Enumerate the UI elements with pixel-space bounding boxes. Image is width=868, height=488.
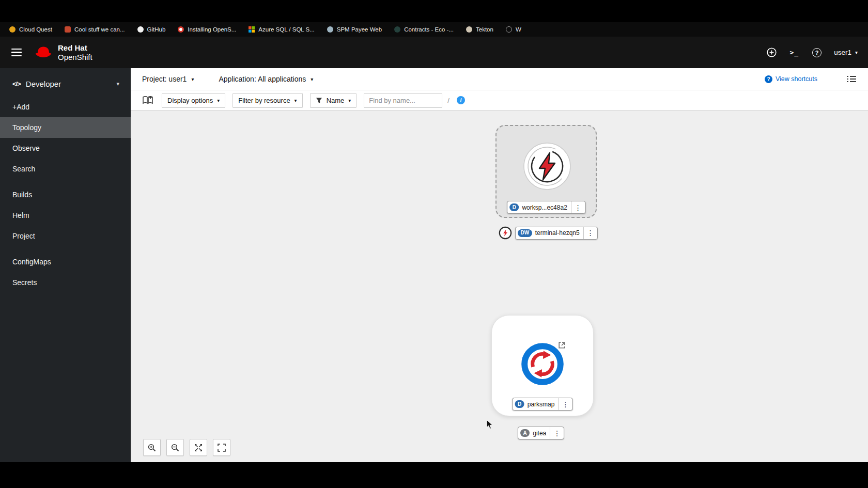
application-badge: A: [520, 429, 530, 437]
sidebar-item-builds[interactable]: Builds: [0, 184, 131, 205]
terminal-node-label[interactable]: DW terminal-hezqn5 ⋮: [515, 227, 598, 240]
terminal-kebab-menu[interactable]: ⋮: [583, 227, 597, 239]
sidebar-item-topology[interactable]: Topology: [0, 117, 131, 138]
bookmark-label: Contracts - Eco -...: [404, 26, 454, 33]
application-dropdown-label: Application: All applications: [219, 75, 306, 83]
masthead-actions: >_ ? user1 ▾: [766, 46, 858, 58]
screen: Cloud Quest Cool stuff we can... GitHub …: [0, 0, 868, 488]
bookmark-github[interactable]: GitHub: [137, 26, 166, 33]
perspective-switcher[interactable]: </> Developer ▾: [0, 74, 131, 97]
cloud-quest-favicon: [9, 26, 16, 33]
sidebar-item-configmaps[interactable]: ConfigMaps: [0, 251, 131, 272]
bookmark-w[interactable]: W: [506, 26, 521, 33]
parksmap-node-label[interactable]: D parksmap ⋮: [513, 398, 573, 411]
letterbox-bottom: [0, 462, 868, 488]
gitea-node-name: gitea: [530, 430, 550, 437]
devworkspace-badge: DW: [518, 229, 532, 237]
filter-by-resource-dropdown[interactable]: Filter by resource ▾: [233, 93, 302, 107]
azure-favicon: [249, 26, 255, 33]
sidebar-item-search[interactable]: Search: [0, 159, 131, 179]
parksmap-node[interactable]: D parksmap ⋮: [491, 315, 594, 416]
sidebar-item-helm[interactable]: Helm: [0, 205, 131, 226]
chevron-down-icon: ▾: [191, 76, 194, 82]
project-dropdown-label: Project: user1: [142, 75, 187, 83]
quick-search-button[interactable]: [142, 96, 153, 105]
chevron-down-icon: ▾: [311, 76, 313, 82]
bookmark-azure-sql[interactable]: Azure SQL / SQL S...: [249, 26, 314, 33]
bookmark-tekton[interactable]: Tekton: [466, 26, 493, 33]
workspace-node-label[interactable]: D worksp...ec48a2 ⋮: [507, 201, 585, 214]
masthead: Red Hat OpenShift >_ ? user1 ▾: [0, 37, 868, 68]
bookmark-label: Cloud Quest: [19, 26, 52, 33]
mouse-cursor: [486, 419, 493, 430]
chevron-down-icon: ▾: [116, 81, 119, 87]
project-dropdown[interactable]: Project: user1 ▾: [142, 75, 194, 83]
zoom-in-button[interactable]: [143, 439, 161, 456]
browser-bookmarks-bar: Cloud Quest Cool stuff we can... GitHub …: [0, 22, 868, 37]
gitea-kebab-menu[interactable]: ⋮: [550, 427, 564, 439]
help-button[interactable]: ?: [811, 47, 823, 58]
list-view-toggle-button[interactable]: [846, 75, 857, 83]
application-dropdown[interactable]: Application: All applications ▾: [219, 75, 313, 83]
view-shortcuts-link[interactable]: ? View shortcuts: [765, 75, 817, 83]
menu-toggle-button[interactable]: [9, 46, 24, 59]
bookmark-contracts[interactable]: Contracts - Eco -...: [394, 26, 454, 33]
name-filter-dropdown[interactable]: Name ▾: [310, 93, 357, 107]
gitea-node-label[interactable]: A gitea ⋮: [518, 427, 564, 439]
sidebar-item-add[interactable]: +Add: [0, 97, 131, 117]
help-circle-icon: ?: [765, 75, 772, 83]
chevron-down-icon: ▾: [295, 98, 297, 103]
bookmark-spm-payee[interactable]: SPM Payee Web: [327, 26, 382, 33]
parksmap-kebab-menu[interactable]: ⋮: [558, 398, 572, 410]
bookmark-label: SPM Payee Web: [337, 26, 382, 33]
quick-create-button[interactable]: [766, 46, 778, 58]
context-bar: Project: user1 ▾ Application: All applic…: [131, 68, 868, 90]
brand-line1: Red Hat: [58, 43, 92, 52]
info-icon[interactable]: i: [457, 96, 465, 104]
view-shortcuts-label: View shortcuts: [776, 75, 817, 83]
list-icon: [846, 75, 857, 83]
user-menu[interactable]: user1 ▾: [834, 49, 858, 56]
devworkspace-icon: [522, 141, 572, 191]
developer-code-icon: </>: [12, 80, 21, 88]
bookmark-label: Tekton: [476, 26, 493, 33]
spm-payee-favicon: [327, 26, 333, 33]
fullscreen-button[interactable]: [213, 439, 230, 456]
sidebar: </> Developer ▾ +Add Topology Observe Se…: [0, 68, 131, 462]
contracts-favicon: [394, 26, 400, 33]
topology-canvas[interactable]: D worksp...ec48a2 ⋮ DW terminal-hezqn5 ⋮: [131, 111, 868, 462]
question-circle-icon: ?: [812, 48, 822, 57]
openshift-logo[interactable]: Red Hat OpenShift: [34, 43, 92, 61]
bookmark-installing-openshift[interactable]: Installing OpenS...: [178, 26, 236, 33]
zoom-out-button[interactable]: [166, 439, 184, 456]
sidebar-item-secrets[interactable]: Secrets: [0, 272, 131, 293]
sidebar-item-project[interactable]: Project: [0, 226, 131, 246]
web-terminal-button[interactable]: >_: [789, 48, 800, 57]
terminal-node[interactable]: DW terminal-hezqn5 ⋮: [499, 226, 598, 240]
bookmark-label: Installing OpenS...: [188, 26, 236, 33]
sidebar-item-observe[interactable]: Observe: [0, 138, 131, 159]
brand-line2: OpenShift: [58, 53, 92, 61]
display-options-dropdown[interactable]: Display options ▾: [162, 93, 225, 107]
bookmark-cool-stuff[interactable]: Cool stuff we can...: [65, 26, 125, 33]
keyboard-shortcut-hint: /: [447, 97, 450, 104]
filter-by-resource-label: Filter by resource: [238, 97, 290, 104]
parksmap-node-name: parksmap: [524, 401, 559, 408]
topology-view-controls: [143, 439, 230, 456]
workspace-kebab-menu[interactable]: ⋮: [571, 201, 585, 213]
info-glyph: i: [460, 98, 462, 103]
bookmark-cloud-quest[interactable]: Cloud Quest: [9, 26, 52, 33]
external-link-icon[interactable]: [558, 341, 566, 351]
bookmark-label: W: [516, 26, 521, 33]
catalog-book-icon: [142, 96, 153, 105]
find-by-name-input[interactable]: [364, 93, 442, 107]
openshift-favicon: [178, 26, 184, 33]
name-filter-label: Name: [327, 97, 345, 104]
bookmark-label: Azure SQL / SQL S...: [258, 26, 314, 33]
username: user1: [834, 49, 851, 56]
workspace-node-name: worksp...ec48a2: [519, 204, 570, 211]
tekton-favicon: [466, 26, 472, 33]
workspace-node[interactable]: D worksp...ec48a2 ⋮: [495, 125, 597, 218]
fit-to-screen-button[interactable]: [190, 439, 207, 456]
globe-favicon: [506, 26, 512, 33]
